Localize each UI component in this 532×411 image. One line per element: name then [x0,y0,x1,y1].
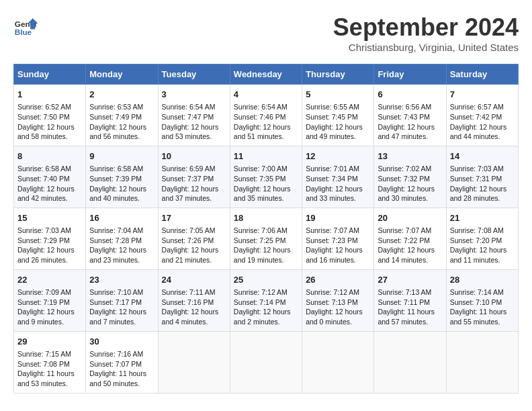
day-info-line: Sunset: 7:37 PM [162,174,226,184]
day-cell-17: 17Sunrise: 7:05 AMSunset: 7:26 PMDayligh… [158,208,230,269]
day-info-line: Sunset: 7:47 PM [162,112,226,122]
day-info-line: Sunrise: 7:16 AM [89,349,154,359]
day-cell-8: 8Sunrise: 6:58 AMSunset: 7:40 PMDaylight… [14,146,86,208]
day-info-line: Daylight: 12 hours [89,245,154,255]
day-info-line: and 28 minutes. [450,193,515,203]
day-info-line: Daylight: 12 hours [17,245,82,255]
day-cell-12: 12Sunrise: 7:01 AMSunset: 7:34 PMDayligh… [302,146,374,208]
day-info-line: Daylight: 12 hours [450,122,515,132]
day-info-line: and 14 minutes. [378,255,442,265]
day-number: 11 [234,150,298,163]
day-info-line: Sunset: 7:19 PM [17,298,82,308]
day-number: 22 [17,274,82,286]
day-number: 23 [89,274,154,286]
day-number: 28 [450,274,515,286]
day-info-line: Daylight: 11 hours [17,369,82,379]
logo: General Blue [13,13,38,38]
day-info-line: Daylight: 12 hours [234,184,298,194]
day-info-line: and 26 minutes. [17,255,82,265]
day-info-line: Daylight: 12 hours [162,307,226,317]
month-title: September 2024 [333,13,519,42]
day-info-line: Daylight: 12 hours [162,122,226,132]
day-info-line: Sunset: 7:14 PM [234,298,298,308]
day-number: 30 [89,336,154,348]
day-number: 13 [378,150,442,163]
day-info-line: Daylight: 11 hours [450,307,515,317]
day-number: 18 [234,212,298,224]
day-info-line: and 50 minutes. [89,379,154,389]
day-cell-3: 3Sunrise: 6:54 AMSunset: 7:47 PMDaylight… [158,85,230,146]
day-info-line: Sunset: 7:31 PM [450,174,515,184]
day-info-line: Daylight: 11 hours [378,307,442,317]
day-info-line: Sunset: 7:34 PM [306,174,370,184]
day-info-line: Sunrise: 7:07 AM [306,226,370,236]
day-info-line: Sunrise: 6:58 AM [17,164,82,174]
day-info-line: Daylight: 12 hours [450,245,515,255]
day-info-line: Sunrise: 7:00 AM [234,164,298,174]
day-info-line: and 35 minutes. [234,193,298,203]
day-info-line: Daylight: 12 hours [306,245,370,255]
day-info-line: Sunset: 7:20 PM [450,236,515,246]
day-info-line: Daylight: 12 hours [378,184,442,194]
day-info-line: Daylight: 12 hours [306,122,370,132]
day-info-line: Sunrise: 7:14 AM [450,287,515,298]
day-cell-5: 5Sunrise: 6:55 AMSunset: 7:45 PMDaylight… [302,85,374,146]
day-info-line: Sunrise: 7:12 AM [234,287,298,298]
day-info-line: Daylight: 12 hours [89,307,154,317]
day-info-line: Daylight: 12 hours [306,307,370,317]
day-number: 1 [17,89,82,101]
day-number: 16 [89,212,154,224]
empty-cell [302,331,374,393]
day-info-line: Sunrise: 7:07 AM [378,226,442,236]
day-info-line: and 0 minutes. [306,317,370,327]
day-info-line: Sunrise: 7:02 AM [378,164,442,174]
day-cell-2: 2Sunrise: 6:53 AMSunset: 7:49 PMDaylight… [86,85,158,146]
svg-text:Blue: Blue [15,28,32,36]
day-info-line: Sunset: 7:22 PM [378,236,442,246]
day-info-line: and 16 minutes. [306,255,370,265]
day-number: 19 [306,212,370,224]
empty-cell [446,331,518,393]
day-info-line: and 9 minutes. [17,317,82,327]
day-info-line: Sunset: 7:13 PM [306,298,370,308]
day-cell-7: 7Sunrise: 6:57 AMSunset: 7:42 PMDaylight… [446,85,518,146]
day-cell-1: 1Sunrise: 6:52 AMSunset: 7:50 PMDaylight… [14,85,86,146]
day-info-line: Sunrise: 7:03 AM [450,164,515,174]
day-info-line: Sunrise: 7:09 AM [17,287,82,298]
day-info-line: and 55 minutes. [450,317,515,327]
day-number: 5 [306,89,370,101]
day-cell-25: 25Sunrise: 7:12 AMSunset: 7:14 PMDayligh… [230,269,302,331]
day-number: 2 [89,89,154,101]
day-info-line: and 49 minutes. [306,132,370,142]
day-info-line: and 58 minutes. [17,132,82,142]
col-header-sunday: Sunday [14,64,86,85]
day-info-line: Sunset: 7:17 PM [89,298,154,308]
week-row-3: 15Sunrise: 7:03 AMSunset: 7:29 PMDayligh… [14,208,519,269]
day-number: 21 [450,212,515,224]
day-info-line: Daylight: 12 hours [234,122,298,132]
day-number: 3 [162,89,226,101]
day-cell-22: 22Sunrise: 7:09 AMSunset: 7:19 PMDayligh… [14,269,86,331]
day-info-line: Sunrise: 6:55 AM [306,102,370,112]
day-info-line: Sunset: 7:46 PM [234,112,298,122]
day-cell-16: 16Sunrise: 7:04 AMSunset: 7:28 PMDayligh… [86,208,158,269]
day-cell-6: 6Sunrise: 6:56 AMSunset: 7:43 PMDaylight… [374,85,446,146]
day-cell-30: 30Sunrise: 7:16 AMSunset: 7:07 PMDayligh… [86,331,158,393]
day-info-line: Daylight: 12 hours [17,184,82,194]
day-number: 27 [378,274,442,286]
day-info-line: and 7 minutes. [89,317,154,327]
day-info-line: Sunrise: 7:10 AM [89,287,154,298]
day-cell-13: 13Sunrise: 7:02 AMSunset: 7:32 PMDayligh… [374,146,446,208]
day-info-line: Daylight: 12 hours [162,184,226,194]
logo-icon: General Blue [13,13,38,38]
day-info-line: Daylight: 12 hours [450,184,515,194]
day-info-line: and 11 minutes. [450,255,515,265]
day-info-line: Sunrise: 7:08 AM [450,226,515,236]
day-cell-27: 27Sunrise: 7:13 AMSunset: 7:11 PMDayligh… [374,269,446,331]
day-cell-19: 19Sunrise: 7:07 AMSunset: 7:23 PMDayligh… [302,208,374,269]
day-number: 20 [378,212,442,224]
day-info-line: Sunset: 7:32 PM [378,174,442,184]
day-info-line: and 40 minutes. [89,193,154,203]
day-info-line: Sunrise: 6:54 AM [234,102,298,112]
day-info-line: Sunset: 7:11 PM [378,298,442,308]
